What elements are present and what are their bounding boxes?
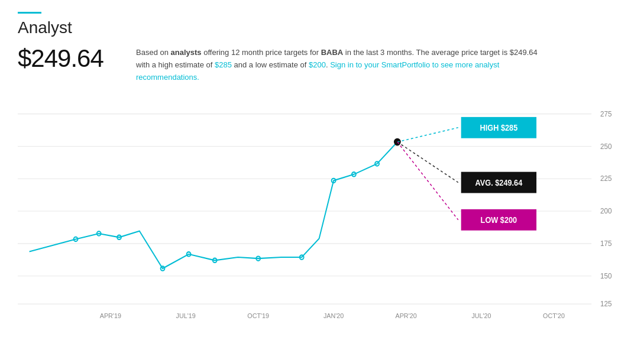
- chart-svg: 275 250 225 200 175 150 125 APR'19 JUL'1…: [18, 95, 626, 326]
- high-label-text: HIGH $285: [480, 124, 518, 133]
- y-label-225: 225: [600, 174, 612, 183]
- x-label-apr19: APR'19: [100, 312, 121, 319]
- page-title: Analyst: [18, 18, 626, 37]
- dashed-avg: [397, 142, 458, 183]
- content-row: $249.64 Based on analysts offering 12 mo…: [18, 44, 626, 83]
- low-label-text: LOW $200: [481, 216, 517, 225]
- y-label-200: 200: [600, 207, 612, 216]
- high-estimate-link[interactable]: $285: [215, 60, 232, 69]
- x-label-apr20: APR'20: [395, 312, 416, 319]
- x-label-oct19: OCT'19: [247, 312, 269, 319]
- top-accent-bar: [18, 12, 41, 14]
- y-label-250: 250: [600, 143, 612, 151]
- dashed-high: [397, 128, 458, 142]
- price-value: $249.64: [18, 44, 112, 73]
- page-container: Analyst $249.64 Based on analysts offeri…: [0, 0, 644, 332]
- bold-analysts: analysts: [171, 48, 202, 57]
- low-estimate-link[interactable]: $200: [309, 60, 326, 69]
- dashed-low: [397, 142, 458, 220]
- price-section: $249.64: [18, 44, 112, 73]
- bold-ticker: BABA: [321, 48, 344, 57]
- x-label-jan20: JAN'20: [323, 312, 344, 319]
- chart-line: [30, 142, 397, 268]
- y-label-125: 125: [600, 300, 612, 309]
- avg-label-text: AVG. $249.64: [475, 179, 523, 188]
- description-text: Based on analysts offering 12 month pric…: [136, 44, 538, 83]
- x-label-jul19: JUL'19: [176, 312, 196, 319]
- y-label-175: 175: [600, 239, 612, 248]
- x-label-jul20: JUL'20: [471, 312, 491, 319]
- y-label-150: 150: [600, 272, 612, 281]
- y-label-275: 275: [600, 110, 612, 119]
- chart-area: 275 250 225 200 175 150 125 APR'19 JUL'1…: [18, 95, 626, 326]
- x-label-oct20: OCT'20: [543, 312, 565, 319]
